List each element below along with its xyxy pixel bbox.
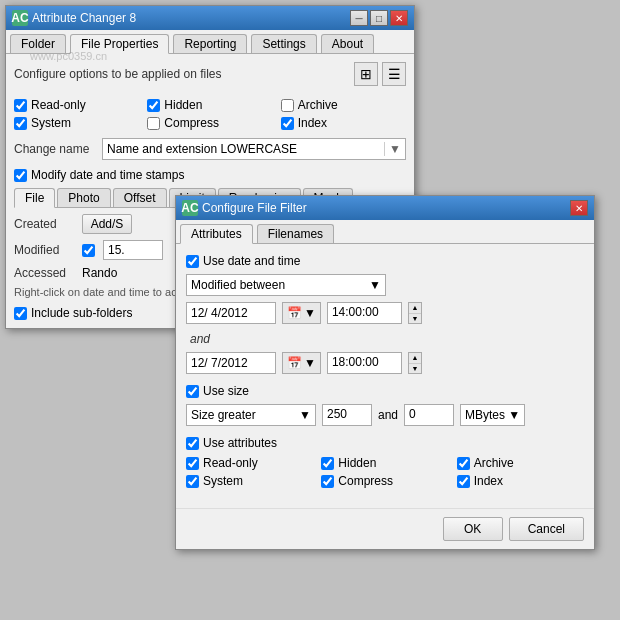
use-size-label: Use size	[203, 384, 249, 398]
use-attributes-label: Use attributes	[203, 436, 277, 450]
read-only-label: Read-only	[31, 98, 86, 112]
created-label: Created	[14, 217, 74, 231]
configure-label: Configure options to be applied on files	[14, 67, 221, 81]
tab-about[interactable]: About	[321, 34, 374, 53]
modify-date-checkbox[interactable]	[14, 169, 27, 182]
archive-label: Archive	[298, 98, 338, 112]
unit-dropdown[interactable]: MBytes ▼	[460, 404, 525, 426]
inner-tab-photo[interactable]: Photo	[57, 188, 110, 207]
filter-index-item: Index	[457, 474, 584, 488]
use-size-checkbox[interactable]	[186, 385, 199, 398]
time1-up[interactable]: ▲	[409, 303, 421, 314]
list-icon[interactable]: ☰	[382, 62, 406, 86]
filter-title-bar: AC Configure File Filter ✕	[176, 196, 594, 220]
filter-compress-checkbox[interactable]	[321, 475, 334, 488]
filter-read-only-item: Read-only	[186, 456, 313, 470]
date1-input[interactable]: 12/ 4/2012	[186, 302, 276, 324]
main-window-controls: ─ □ ✕	[350, 10, 408, 26]
use-date-time-item: Use date and time	[186, 254, 584, 268]
size-and-input[interactable]: 0	[404, 404, 454, 426]
grid-icon[interactable]: ⊞	[354, 62, 378, 86]
maximize-button[interactable]: □	[370, 10, 388, 26]
watermark: www.pc0359.cn	[30, 50, 107, 62]
hidden-checkbox[interactable]	[147, 99, 160, 112]
ok-cancel-row: OK Cancel	[176, 508, 594, 549]
modify-date-label: Modify date and time stamps	[31, 168, 184, 182]
time1-down[interactable]: ▼	[409, 314, 421, 324]
filter-hidden-checkbox[interactable]	[321, 457, 334, 470]
date-row-2: 12/ 7/2012 📅 ▼ 18:00:00 ▲ ▼	[186, 352, 584, 374]
date-time-section: Use date and time Modified between ▼ 12/…	[186, 254, 584, 374]
name-dropdown-arrow: ▼	[384, 142, 401, 156]
index-checkbox[interactable]	[281, 117, 294, 130]
time1-input[interactable]: 14:00:00	[327, 302, 402, 324]
time2-input[interactable]: 18:00:00	[327, 352, 402, 374]
use-attributes-checkbox[interactable]	[186, 437, 199, 450]
time2-spinner[interactable]: ▲ ▼	[408, 352, 422, 374]
tab-reporting[interactable]: Reporting	[173, 34, 247, 53]
filter-index-checkbox[interactable]	[457, 475, 470, 488]
filter-archive-checkbox[interactable]	[457, 457, 470, 470]
include-subfolders-checkbox[interactable]	[14, 307, 27, 320]
unit-dropdown-arrow: ▼	[508, 408, 520, 422]
inner-tab-file[interactable]: File	[14, 188, 55, 208]
compress-item: Compress	[147, 116, 272, 130]
read-only-checkbox[interactable]	[14, 99, 27, 112]
index-item: Index	[281, 116, 406, 130]
filter-system-checkbox[interactable]	[186, 475, 199, 488]
filter-tab-filenames[interactable]: Filenames	[257, 224, 334, 243]
filter-tab-attributes[interactable]: Attributes	[180, 224, 253, 244]
close-button[interactable]: ✕	[390, 10, 408, 26]
main-title-bar: AC Attribute Changer 8 ─ □ ✕	[6, 6, 414, 30]
cancel-button[interactable]: Cancel	[509, 517, 584, 541]
attributes-group: Read-only Hidden Archive System Compress…	[14, 98, 406, 130]
accessed-label: Accessed	[14, 266, 74, 280]
archive-checkbox[interactable]	[281, 99, 294, 112]
use-date-time-label: Use date and time	[203, 254, 300, 268]
compress-checkbox[interactable]	[147, 117, 160, 130]
size-value-input[interactable]: 250	[322, 404, 372, 426]
filter-window-controls: ✕	[570, 200, 588, 216]
filter-hidden-item: Hidden	[321, 456, 448, 470]
calendar2-button[interactable]: 📅 ▼	[282, 352, 321, 374]
filter-read-only-checkbox[interactable]	[186, 457, 199, 470]
attributes-section: Use attributes Read-only Hidden Archive	[186, 436, 584, 488]
and-separator: and	[190, 330, 584, 348]
main-window-title: Attribute Changer 8	[32, 11, 136, 25]
include-subfolders-label: Include sub-folders	[31, 306, 132, 320]
system-item: System	[14, 116, 139, 130]
modified-checkbox[interactable]	[82, 244, 95, 257]
time2-down[interactable]: ▼	[409, 364, 421, 374]
compress-label: Compress	[164, 116, 219, 130]
hidden-item: Hidden	[147, 98, 272, 112]
size-dropdown-arrow: ▼	[299, 408, 311, 422]
time1-spinner[interactable]: ▲ ▼	[408, 302, 422, 324]
archive-item: Archive	[281, 98, 406, 112]
modified-value[interactable]: 15.	[103, 240, 163, 260]
hidden-label: Hidden	[164, 98, 202, 112]
between-dropdown-arrow: ▼	[369, 278, 381, 292]
modified-label: Modified	[14, 243, 74, 257]
time2-up[interactable]: ▲	[409, 353, 421, 364]
inner-tab-offset[interactable]: Offset	[113, 188, 167, 207]
size-section: Use size Size greater ▼ 250 and 0 MBytes…	[186, 384, 584, 426]
minimize-button[interactable]: ─	[350, 10, 368, 26]
calendar1-button[interactable]: 📅 ▼	[282, 302, 321, 324]
use-date-time-checkbox[interactable]	[186, 255, 199, 268]
filter-close-button[interactable]: ✕	[570, 200, 588, 216]
between-dropdown[interactable]: Modified between ▼	[186, 274, 386, 296]
created-add-button[interactable]: Add/S	[82, 214, 132, 234]
toolbar-icons: ⊞ ☰	[354, 62, 406, 86]
name-row: Change name Name and extension LOWERCASE…	[14, 138, 406, 160]
date2-input[interactable]: 12/ 7/2012	[186, 352, 276, 374]
filter-window: AC Configure File Filter ✕ Attributes Fi…	[175, 195, 595, 550]
filter-content: Use date and time Modified between ▼ 12/…	[176, 244, 594, 508]
tab-settings[interactable]: Settings	[251, 34, 316, 53]
modify-date-row: Modify date and time stamps	[14, 168, 406, 182]
size-option-dropdown[interactable]: Size greater ▼	[186, 404, 316, 426]
ok-button[interactable]: OK	[443, 517, 503, 541]
system-checkbox[interactable]	[14, 117, 27, 130]
read-only-item: Read-only	[14, 98, 139, 112]
filter-system-item: System	[186, 474, 313, 488]
name-dropdown[interactable]: Name and extension LOWERCASE ▼	[102, 138, 406, 160]
